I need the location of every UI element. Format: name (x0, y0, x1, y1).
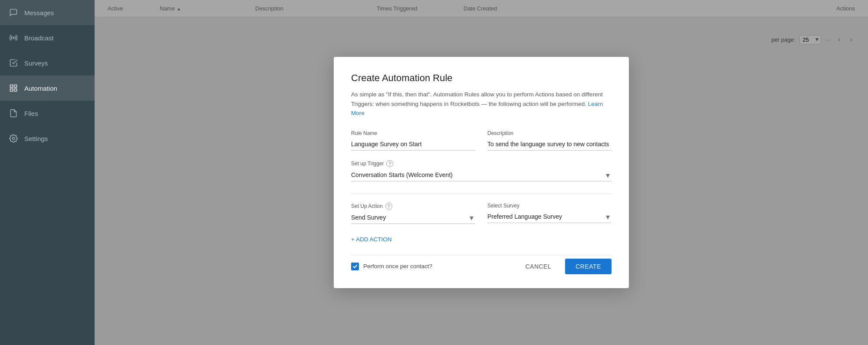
sidebar-item-broadcast[interactable]: Broadcast (0, 25, 95, 50)
messages-icon (9, 8, 18, 17)
svg-rect-1 (10, 85, 13, 88)
action-label-wrap: Set Up Action ? (351, 203, 475, 210)
action-label-text: Set Up Action (351, 203, 383, 209)
sidebar-item-files-label: Files (24, 110, 38, 117)
svg-rect-3 (14, 89, 17, 92)
sidebar-item-messages[interactable]: Messages (0, 0, 95, 25)
rule-name-input[interactable] (351, 139, 475, 151)
action-divider (351, 194, 612, 194)
surveys-icon (9, 58, 18, 68)
create-button[interactable]: CREATE (565, 259, 612, 274)
action-survey-row: Set Up Action ? Send Survey Add Tag Remo… (351, 203, 612, 224)
trigger-label-text: Set up Trigger (351, 161, 384, 167)
sidebar-item-automation[interactable]: Automation (0, 76, 95, 101)
sidebar-item-broadcast-label: Broadcast (24, 34, 54, 42)
action-select-wrap: Send Survey Add Tag Remove Tag ▾ (351, 212, 475, 224)
trigger-label-wrap: Set up Trigger ? (351, 160, 612, 167)
modal-overlay: Create Automation Rule As simple as "If … (95, 0, 868, 345)
automation-icon (9, 83, 18, 93)
perform-once-label: Perform once per contact? (363, 263, 432, 269)
add-action-button[interactable]: + ADD ACTION (351, 236, 391, 243)
survey-select[interactable]: Preferred Language Survey Customer Feedb… (487, 211, 612, 223)
survey-group: Select Survey Preferred Language Survey … (487, 203, 612, 224)
perform-once-checkbox[interactable] (351, 263, 359, 270)
rule-name-group: Rule Name (351, 130, 475, 151)
broadcast-icon (9, 33, 18, 43)
description-group: Description (487, 130, 612, 151)
modal-footer: Perform once per contact? CANCEL CREATE (351, 255, 612, 274)
trigger-help-icon[interactable]: ? (386, 160, 393, 167)
modal-title: Create Automation Rule (351, 72, 612, 84)
action-select[interactable]: Send Survey Add Tag Remove Tag (351, 212, 475, 224)
sidebar-item-surveys[interactable]: Surveys (0, 50, 95, 76)
modal-description: As simple as "If this, then that". Autom… (351, 90, 612, 118)
svg-rect-4 (10, 89, 13, 92)
cancel-button[interactable]: CANCEL (518, 260, 558, 273)
trigger-row: Set up Trigger ? Conversation Starts (We… (351, 160, 612, 181)
description-input[interactable] (487, 139, 612, 151)
action-group: Set Up Action ? Send Survey Add Tag Remo… (351, 203, 475, 224)
description-label: Description (487, 130, 612, 136)
sidebar-item-automation-label: Automation (24, 85, 57, 92)
trigger-select-wrap: Conversation Starts (Welcome Event) Cont… (351, 170, 612, 181)
files-icon (9, 108, 18, 118)
perform-once-wrap: Perform once per contact? (351, 263, 511, 270)
rule-name-label: Rule Name (351, 130, 475, 136)
survey-label: Select Survey (487, 203, 612, 209)
svg-rect-2 (14, 85, 17, 88)
action-help-icon[interactable]: ? (385, 203, 392, 210)
survey-select-wrap: Preferred Language Survey Customer Feedb… (487, 211, 612, 223)
sidebar-item-settings-label: Settings (24, 135, 48, 142)
sidebar-item-settings[interactable]: Settings (0, 126, 95, 151)
sidebar: Messages Broadcast Surveys (0, 0, 95, 345)
svg-point-5 (13, 138, 15, 140)
main-content: Active Name ▲ Description Times Triggere… (95, 0, 868, 345)
trigger-select[interactable]: Conversation Starts (Welcome Event) Cont… (351, 170, 612, 181)
create-automation-modal: Create Automation Rule As simple as "If … (334, 57, 629, 288)
sidebar-item-surveys-label: Surveys (24, 59, 48, 67)
sidebar-item-files[interactable]: Files (0, 101, 95, 126)
settings-icon (9, 134, 18, 143)
sidebar-item-messages-label: Messages (24, 9, 54, 16)
rule-name-description-row: Rule Name Description (351, 130, 612, 151)
svg-point-0 (13, 37, 14, 38)
